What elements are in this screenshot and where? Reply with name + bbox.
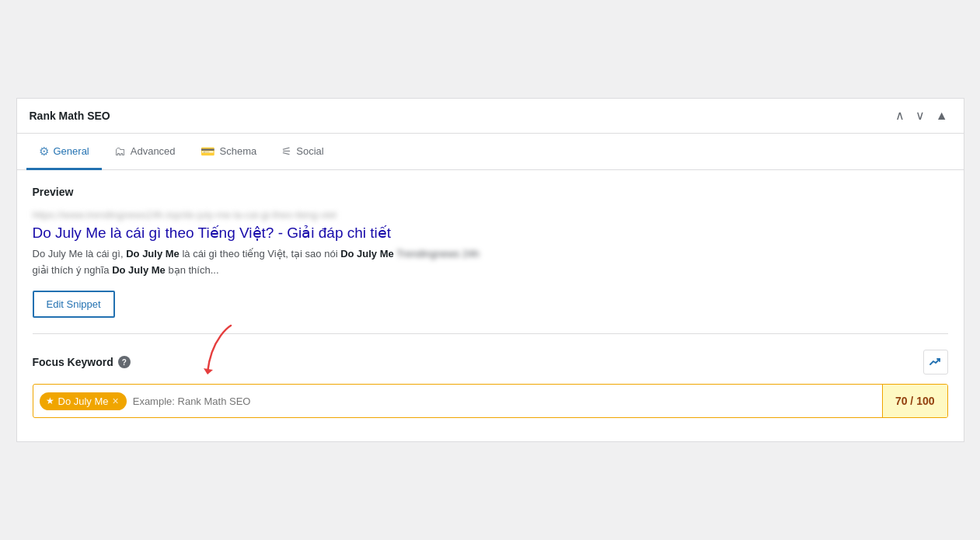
chevron-up-icon[interactable]: ∧: [892, 108, 908, 124]
desc-bold-1: Do July Me: [126, 248, 180, 260]
help-icon[interactable]: ?: [118, 356, 131, 368]
tabs-bar: ⚙ General 🗂 Advanced 💳 Schema ⚟ Social: [17, 134, 964, 170]
tab-social[interactable]: ⚟ Social: [269, 134, 336, 170]
keyword-remove-button[interactable]: ×: [113, 395, 119, 406]
collapse-icon[interactable]: ▲: [933, 108, 951, 124]
tab-advanced-label: Advanced: [131, 145, 176, 157]
tab-social-label: Social: [296, 145, 323, 157]
desc-bold-3: Do July Me: [112, 264, 166, 276]
edit-snippet-button[interactable]: Edit Snippet: [33, 291, 115, 318]
trending-button[interactable]: [923, 350, 948, 375]
preview-section-label: Preview: [33, 186, 948, 198]
score-badge: 70 / 100: [882, 385, 947, 417]
focus-keyword-label-group: Focus Keyword ?: [33, 356, 131, 368]
desc-bold-2: Do July Me: [340, 248, 394, 260]
desc-text-4: giải thích ý nghĩa: [33, 264, 113, 276]
focus-keyword-label-text: Focus Keyword: [33, 356, 113, 368]
tab-general[interactable]: ⚙ General: [26, 134, 102, 170]
focus-keyword-section: Focus Keyword ? ★: [33, 350, 948, 418]
chevron-down-icon[interactable]: ∨: [912, 108, 928, 124]
desc-text-1: Do July Me: [33, 248, 83, 260]
preview-title[interactable]: Do July Me là cái gì theo Tiếng Việt? - …: [33, 224, 948, 242]
panel-title: Rank Math SEO: [30, 110, 110, 122]
desc-text-3: là cái gì theo tiếng Việt, tại sao nói: [182, 248, 340, 260]
tab-advanced[interactable]: 🗂 Advanced: [102, 134, 188, 170]
keyword-tag: ★ Do July Me ×: [40, 392, 127, 410]
schema-icon: 💳: [201, 145, 215, 159]
social-icon: ⚟: [281, 145, 291, 159]
tab-schema[interactable]: 💳 Schema: [188, 134, 270, 170]
preview-section: Preview https://www.trendingnews24h.top/…: [33, 186, 948, 319]
keyword-input-wrapper[interactable]: ★ Do July Me × 70 / 100: [33, 384, 948, 418]
desc-text-2: là cái gì,: [85, 248, 126, 260]
panel-body: Preview https://www.trendingnews24h.top/…: [17, 170, 964, 442]
desc-blurred: Trendingnews 24h: [396, 248, 479, 260]
tab-schema-label: Schema: [220, 145, 257, 157]
keyword-input[interactable]: [133, 395, 876, 407]
desc-text-5: bạn thích...: [168, 264, 218, 276]
general-icon: ⚙: [39, 145, 49, 159]
panel-header: Rank Math SEO ∧ ∨ ▲: [17, 99, 964, 134]
advanced-icon: 🗂: [114, 145, 126, 158]
panel-controls: ∧ ∨ ▲: [892, 108, 951, 124]
keyword-tag-text: Do July Me: [58, 395, 109, 407]
trending-up-icon: [929, 356, 942, 368]
star-icon: ★: [46, 395, 54, 406]
preview-url: https://www.trendingnews24h.top/do-july-…: [33, 209, 948, 221]
focus-keyword-header: Focus Keyword ?: [33, 350, 948, 375]
tab-general-label: General: [54, 145, 89, 157]
rank-math-panel: Rank Math SEO ∧ ∨ ▲ ⚙ General 🗂 Advanced…: [16, 98, 964, 443]
preview-description: Do July Me là cái gì, Do July Me là cái …: [33, 246, 948, 279]
section-divider: [33, 333, 948, 334]
